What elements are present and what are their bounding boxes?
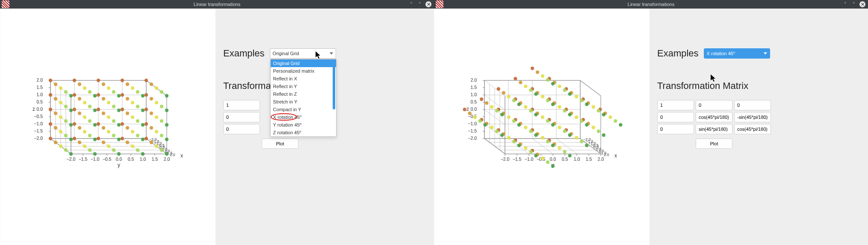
svg-point-385	[512, 119, 516, 123]
chevron-down-icon	[330, 53, 333, 55]
svg-point-357	[558, 146, 561, 150]
svg-point-356	[473, 115, 476, 119]
svg-point-367	[592, 126, 595, 129]
svg-point-209	[165, 138, 168, 141]
svg-point-392	[597, 130, 600, 133]
matrix-cell-0-0[interactable]	[223, 100, 260, 110]
controls-pane-right: Examples X rotation 45º Transformation M…	[650, 9, 868, 245]
minimize-button[interactable]: ˅	[408, 1, 414, 7]
dropdown-option[interactable]: Reflect in Z	[271, 90, 336, 98]
svg-point-98	[97, 137, 100, 140]
svg-point-376	[541, 74, 544, 78]
svg-text:1.0: 1.0	[574, 156, 580, 162]
matrix-cell-2-1[interactable]	[696, 124, 732, 134]
matrix-cell-1-0[interactable]	[223, 112, 260, 122]
svg-point-355	[490, 126, 493, 129]
svg-point-341	[502, 91, 505, 94]
scatter-plot-original: −2.0−1.5−1.0−0.50.00.51.01.52.0−2.0−1.5−…	[1, 9, 215, 232]
matrix-cell-2-0[interactable]	[657, 124, 694, 134]
svg-point-134	[150, 126, 153, 130]
svg-point-137	[150, 83, 153, 86]
close-button[interactable]: ✕	[859, 1, 865, 7]
svg-point-180	[136, 119, 139, 123]
svg-line-249	[580, 80, 601, 96]
plot-button[interactable]: Plot	[262, 139, 298, 149]
matrix-cell-2-0[interactable]	[223, 124, 260, 134]
svg-point-162	[155, 86, 158, 90]
svg-point-397	[614, 119, 617, 123]
svg-point-133	[150, 141, 153, 144]
svg-text:0.5: 0.5	[562, 156, 568, 162]
svg-point-413	[568, 133, 571, 137]
matrix-cell-2-2[interactable]	[734, 124, 771, 134]
dropdown-option[interactable]: Y rotation 45º	[271, 121, 336, 129]
svg-point-108	[145, 137, 148, 140]
minimize-button[interactable]: ˅	[842, 1, 848, 7]
dropdown-option[interactable]: Compact in Y	[271, 106, 336, 113]
dropdown-option[interactable]: Reflect in X	[271, 75, 336, 83]
dropdown-option[interactable]: X rotation 45º	[271, 113, 336, 121]
matrix-cell-1-2[interactable]	[734, 112, 771, 122]
svg-text:−1.5: −1.5	[34, 128, 43, 133]
svg-point-106	[121, 93, 124, 97]
svg-text:−1.0: −1.0	[91, 156, 100, 162]
dropdown-option[interactable]: Reflect in Y	[271, 83, 336, 90]
svg-point-140	[59, 115, 62, 119]
svg-point-198	[117, 152, 121, 156]
svg-point-311	[480, 97, 483, 101]
svg-text:x: x	[614, 153, 617, 159]
examples-combo[interactable]: Original Grid Original GridPersonalized …	[270, 48, 336, 59]
matrix-cell-1-1[interactable]	[696, 112, 732, 122]
svg-point-129	[126, 126, 129, 130]
svg-text:−1.5: −1.5	[468, 128, 477, 133]
svg-marker-213	[316, 51, 320, 59]
svg-point-208	[165, 152, 168, 156]
svg-point-354	[507, 136, 511, 139]
maximize-button[interactable]: ˄	[851, 1, 857, 7]
svg-point-206	[141, 109, 145, 112]
close-button[interactable]: ✕	[425, 1, 431, 7]
svg-text:z: z	[32, 106, 35, 112]
svg-text:−1.5: −1.5	[513, 156, 522, 162]
svg-point-146	[83, 101, 86, 104]
svg-text:0.0: 0.0	[36, 106, 43, 112]
svg-point-417	[602, 133, 605, 137]
matrix-cell-1-0[interactable]	[657, 112, 694, 122]
dropdown-option[interactable]: Original Grid	[271, 59, 336, 67]
matrix-cell-0-2[interactable]	[734, 100, 771, 110]
dropdown-option[interactable]: Stretch in Y	[271, 98, 336, 106]
svg-point-351	[536, 71, 539, 74]
svg-text:1.5: 1.5	[36, 85, 43, 90]
plot-button[interactable]: Plot	[696, 139, 732, 149]
svg-point-389	[546, 119, 549, 123]
svg-point-147	[83, 86, 86, 90]
maximize-button[interactable]: ˄	[417, 1, 423, 7]
svg-point-406	[483, 123, 487, 127]
examples-combo[interactable]: X rotation 45º	[704, 48, 770, 59]
window-title: Linear transformations	[194, 2, 240, 7]
svg-text:2.0: 2.0	[164, 156, 170, 162]
dropdown-option[interactable]: Personalized matrix	[271, 67, 336, 75]
examples-dropdown[interactable]: Original GridPersonalized matrixReflect …	[270, 59, 337, 137]
dropdown-option[interactable]: Z rotation 45º	[271, 129, 336, 136]
svg-point-420	[551, 103, 555, 106]
svg-point-358	[541, 136, 544, 139]
svg-text:−2.0: −2.0	[501, 156, 510, 162]
svg-point-114	[54, 126, 57, 130]
svg-point-363	[558, 126, 561, 129]
svg-point-177	[112, 90, 115, 94]
matrix-cell-0-0[interactable]	[657, 100, 694, 110]
svg-point-130	[126, 112, 129, 115]
svg-point-149	[107, 130, 110, 133]
svg-point-116	[54, 97, 57, 100]
svg-point-197	[93, 94, 97, 97]
titlebar[interactable]: Linear transformations ˅ ˄ ✕	[0, 0, 434, 9]
svg-point-396	[529, 89, 532, 92]
svg-text:0.0: 0.0	[550, 156, 556, 162]
svg-point-145	[83, 115, 86, 119]
svg-point-127	[102, 83, 105, 86]
svg-point-395	[546, 99, 549, 102]
titlebar[interactable]: Linear transformations ˅ ˄ ✕	[434, 0, 868, 9]
svg-point-170	[88, 119, 92, 123]
matrix-cell-0-1[interactable]	[696, 100, 732, 110]
